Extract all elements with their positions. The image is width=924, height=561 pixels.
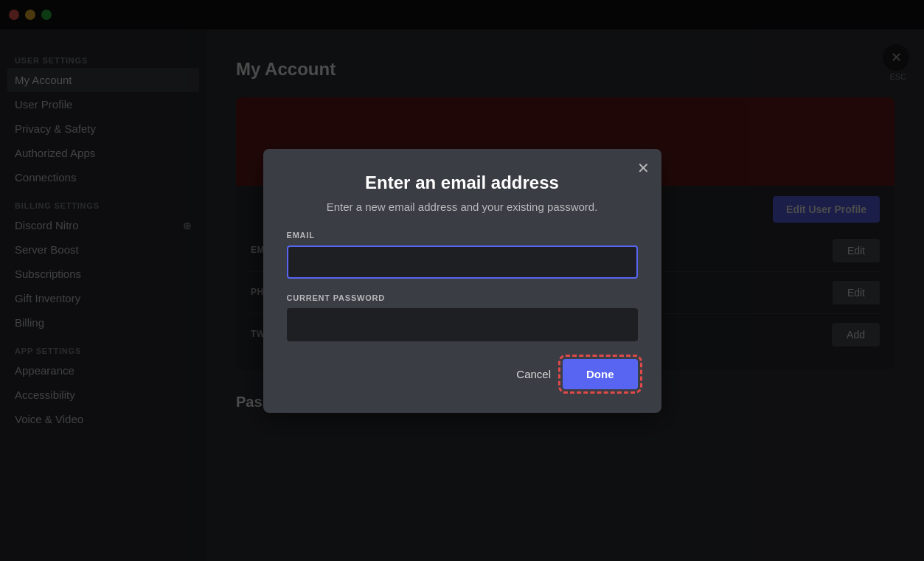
email-modal: ✕ Enter an email address Enter a new ema… <box>263 149 661 413</box>
modal-overlay: ✕ Enter an email address Enter a new ema… <box>0 0 924 561</box>
modal-close-button[interactable]: ✕ <box>637 161 650 175</box>
modal-title: Enter an email address <box>287 173 638 193</box>
password-input[interactable] <box>287 308 638 341</box>
email-input[interactable] <box>287 245 638 279</box>
password-form-group: CURRENT PASSWORD <box>287 293 638 341</box>
modal-subtitle: Enter a new email address and your exist… <box>287 201 638 213</box>
email-form-group: EMAIL <box>287 231 638 279</box>
modal-actions: Cancel Done <box>287 359 638 389</box>
password-form-label: CURRENT PASSWORD <box>287 293 638 302</box>
done-button[interactable]: Done <box>563 359 638 389</box>
cancel-button[interactable]: Cancel <box>516 368 551 380</box>
email-form-label: EMAIL <box>287 231 638 240</box>
